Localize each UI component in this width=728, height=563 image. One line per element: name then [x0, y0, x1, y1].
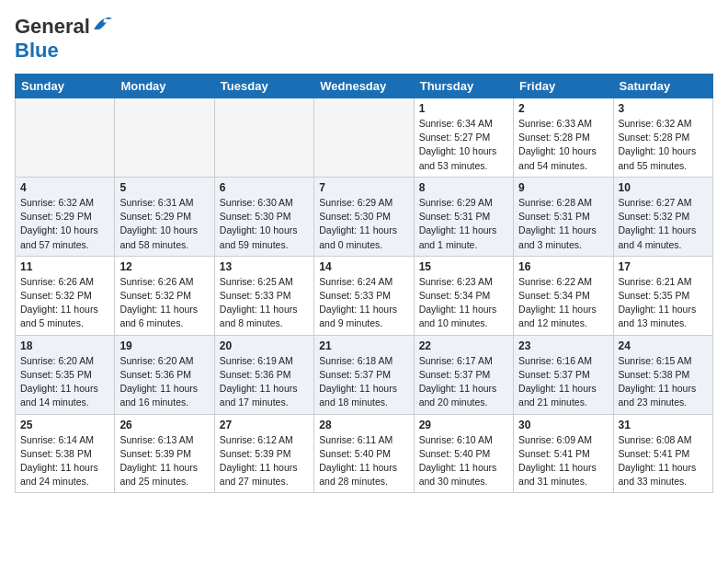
calendar-cell: 21Sunrise: 6:18 AMSunset: 5:37 PMDayligh…: [314, 335, 414, 414]
day-info: Sunrise: 6:20 AMSunset: 5:35 PMDaylight:…: [20, 354, 109, 410]
calendar-cell: 5Sunrise: 6:31 AMSunset: 5:29 PMDaylight…: [115, 177, 214, 256]
calendar-cell: 16Sunrise: 6:22 AMSunset: 5:34 PMDayligh…: [514, 256, 613, 335]
calendar-cell: 22Sunrise: 6:17 AMSunset: 5:37 PMDayligh…: [414, 335, 513, 414]
day-number: 30: [518, 419, 608, 431]
day-number: 19: [119, 339, 209, 352]
day-number: 12: [119, 260, 209, 273]
day-number: 31: [619, 419, 708, 431]
logo-general: General: [15, 15, 90, 39]
weekday-header-friday: Friday: [514, 75, 613, 98]
day-number: 21: [319, 339, 408, 352]
calendar-cell: 13Sunrise: 6:25 AMSunset: 5:33 PMDayligh…: [214, 256, 313, 335]
day-info: Sunrise: 6:29 AMSunset: 5:30 PMDaylight:…: [319, 196, 408, 252]
day-info: Sunrise: 6:30 AMSunset: 5:30 PMDaylight:…: [220, 196, 309, 252]
weekday-header-tuesday: Tuesday: [214, 75, 313, 98]
day-info: Sunrise: 6:11 AMSunset: 5:40 PMDaylight:…: [319, 433, 408, 489]
calendar-cell: 11Sunrise: 6:26 AMSunset: 5:32 PMDayligh…: [16, 256, 115, 335]
day-info: Sunrise: 6:22 AMSunset: 5:34 PMDaylight:…: [518, 275, 608, 331]
calendar-cell: [214, 98, 313, 178]
day-info: Sunrise: 6:27 AMSunset: 5:32 PMDaylight:…: [619, 196, 708, 252]
calendar-cell: 28Sunrise: 6:11 AMSunset: 5:40 PMDayligh…: [314, 414, 414, 493]
day-info: Sunrise: 6:25 AMSunset: 5:33 PMDaylight:…: [220, 275, 309, 331]
day-info: Sunrise: 6:32 AMSunset: 5:28 PMDaylight:…: [619, 117, 708, 173]
calendar-cell: 25Sunrise: 6:14 AMSunset: 5:38 PMDayligh…: [16, 414, 115, 493]
day-number: 25: [20, 419, 109, 431]
weekday-header-row: SundayMondayTuesdayWednesdayThursdayFrid…: [16, 75, 713, 98]
day-number: 8: [419, 181, 508, 194]
day-number: 11: [20, 260, 109, 273]
calendar-week-4: 18Sunrise: 6:20 AMSunset: 5:35 PMDayligh…: [16, 335, 713, 414]
day-info: Sunrise: 6:34 AMSunset: 5:27 PMDaylight:…: [419, 117, 508, 173]
day-number: 3: [619, 102, 708, 115]
calendar-cell: 7Sunrise: 6:29 AMSunset: 5:30 PMDaylight…: [314, 177, 414, 256]
calendar-cell: 12Sunrise: 6:26 AMSunset: 5:32 PMDayligh…: [115, 256, 214, 335]
calendar-table: SundayMondayTuesdayWednesdayThursdayFrid…: [15, 74, 713, 493]
day-number: 4: [20, 181, 109, 194]
day-info: Sunrise: 6:20 AMSunset: 5:36 PMDaylight:…: [119, 354, 209, 410]
calendar-cell: 19Sunrise: 6:20 AMSunset: 5:36 PMDayligh…: [115, 335, 214, 414]
weekday-header-sunday: Sunday: [16, 75, 115, 98]
day-number: 14: [319, 260, 408, 273]
day-number: 6: [220, 181, 309, 194]
calendar-cell: 20Sunrise: 6:19 AMSunset: 5:36 PMDayligh…: [214, 335, 313, 414]
calendar-cell: 1Sunrise: 6:34 AMSunset: 5:27 PMDaylight…: [414, 98, 513, 178]
weekday-header-thursday: Thursday: [414, 75, 513, 98]
calendar-cell: 3Sunrise: 6:32 AMSunset: 5:28 PMDaylight…: [613, 98, 712, 178]
calendar-cell: [16, 98, 115, 178]
day-number: 10: [619, 181, 708, 194]
day-number: 20: [220, 339, 309, 352]
day-number: 18: [20, 339, 109, 352]
calendar-cell: 27Sunrise: 6:12 AMSunset: 5:39 PMDayligh…: [214, 414, 313, 493]
day-info: Sunrise: 6:09 AMSunset: 5:41 PMDaylight:…: [518, 433, 608, 489]
day-number: 26: [119, 419, 209, 431]
day-info: Sunrise: 6:24 AMSunset: 5:33 PMDaylight:…: [319, 275, 408, 331]
calendar-cell: 17Sunrise: 6:21 AMSunset: 5:35 PMDayligh…: [613, 256, 712, 335]
page-header: General Blue: [15, 15, 713, 63]
logo: General Blue: [15, 15, 112, 63]
day-info: Sunrise: 6:31 AMSunset: 5:29 PMDaylight:…: [119, 196, 209, 252]
calendar-cell: 29Sunrise: 6:10 AMSunset: 5:40 PMDayligh…: [414, 414, 513, 493]
day-info: Sunrise: 6:33 AMSunset: 5:28 PMDaylight:…: [518, 117, 608, 173]
day-info: Sunrise: 6:18 AMSunset: 5:37 PMDaylight:…: [319, 354, 408, 410]
day-info: Sunrise: 6:32 AMSunset: 5:29 PMDaylight:…: [20, 196, 109, 252]
calendar-week-2: 4Sunrise: 6:32 AMSunset: 5:29 PMDaylight…: [16, 177, 713, 256]
day-number: 2: [518, 102, 608, 115]
day-number: 5: [119, 181, 209, 194]
calendar-week-3: 11Sunrise: 6:26 AMSunset: 5:32 PMDayligh…: [16, 256, 713, 335]
calendar-cell: 9Sunrise: 6:28 AMSunset: 5:31 PMDaylight…: [514, 177, 613, 256]
day-info: Sunrise: 6:08 AMSunset: 5:41 PMDaylight:…: [619, 433, 708, 489]
calendar-week-1: 1Sunrise: 6:34 AMSunset: 5:27 PMDaylight…: [16, 98, 713, 178]
calendar-cell: 14Sunrise: 6:24 AMSunset: 5:33 PMDayligh…: [314, 256, 414, 335]
calendar-cell: 8Sunrise: 6:29 AMSunset: 5:31 PMDaylight…: [414, 177, 513, 256]
day-info: Sunrise: 6:19 AMSunset: 5:36 PMDaylight:…: [220, 354, 309, 410]
calendar-cell: 2Sunrise: 6:33 AMSunset: 5:28 PMDaylight…: [514, 98, 613, 178]
day-info: Sunrise: 6:28 AMSunset: 5:31 PMDaylight:…: [518, 196, 608, 252]
calendar-cell: 26Sunrise: 6:13 AMSunset: 5:39 PMDayligh…: [115, 414, 214, 493]
weekday-header-wednesday: Wednesday: [314, 75, 414, 98]
weekday-header-saturday: Saturday: [613, 75, 712, 98]
day-info: Sunrise: 6:21 AMSunset: 5:35 PMDaylight:…: [619, 275, 708, 331]
calendar-cell: 24Sunrise: 6:15 AMSunset: 5:38 PMDayligh…: [613, 335, 712, 414]
day-number: 24: [619, 339, 708, 352]
day-number: 23: [518, 339, 608, 352]
day-number: 7: [319, 181, 408, 194]
day-number: 29: [419, 419, 508, 431]
calendar-cell: [314, 98, 414, 178]
day-number: 17: [619, 260, 708, 273]
day-info: Sunrise: 6:17 AMSunset: 5:37 PMDaylight:…: [419, 354, 508, 410]
calendar-cell: 15Sunrise: 6:23 AMSunset: 5:34 PMDayligh…: [414, 256, 513, 335]
day-number: 22: [419, 339, 508, 352]
day-number: 15: [419, 260, 508, 273]
logo-bird-icon: [92, 17, 112, 33]
calendar-cell: 30Sunrise: 6:09 AMSunset: 5:41 PMDayligh…: [514, 414, 613, 493]
calendar-cell: 10Sunrise: 6:27 AMSunset: 5:32 PMDayligh…: [613, 177, 712, 256]
day-info: Sunrise: 6:14 AMSunset: 5:38 PMDaylight:…: [20, 433, 109, 489]
calendar-cell: 4Sunrise: 6:32 AMSunset: 5:29 PMDaylight…: [16, 177, 115, 256]
day-info: Sunrise: 6:10 AMSunset: 5:40 PMDaylight:…: [419, 433, 508, 489]
day-number: 27: [220, 419, 309, 431]
day-number: 1: [419, 102, 508, 115]
calendar-cell: [115, 98, 214, 178]
weekday-header-monday: Monday: [115, 75, 214, 98]
calendar-cell: 18Sunrise: 6:20 AMSunset: 5:35 PMDayligh…: [16, 335, 115, 414]
day-info: Sunrise: 6:13 AMSunset: 5:39 PMDaylight:…: [119, 433, 209, 489]
